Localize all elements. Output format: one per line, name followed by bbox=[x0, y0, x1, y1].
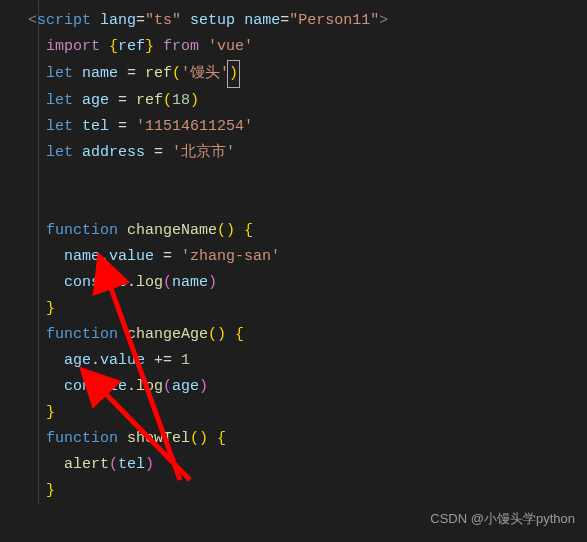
code-line[interactable]: let name = ref('馒头') bbox=[28, 60, 587, 88]
string-literal: 'zhang-san' bbox=[181, 248, 280, 265]
close-brace: } bbox=[46, 300, 55, 317]
fn-ref: ref bbox=[145, 65, 172, 82]
fn-showTel: showTel bbox=[127, 430, 190, 447]
keyword-from: from bbox=[154, 38, 208, 55]
identifier: age bbox=[64, 352, 91, 369]
argument: tel bbox=[118, 456, 145, 473]
fn-changeAge: changeAge bbox=[127, 326, 208, 343]
code-line[interactable]: let tel = '11514611254' bbox=[28, 114, 587, 140]
var-name: name bbox=[82, 65, 118, 82]
attr-setup: setup bbox=[190, 12, 235, 29]
property: value bbox=[109, 248, 154, 265]
identifier: console bbox=[64, 274, 127, 291]
code-line[interactable]: } bbox=[28, 296, 587, 322]
keyword-let: let bbox=[46, 144, 82, 161]
string-literal: '11514611254' bbox=[136, 118, 253, 135]
code-line[interactable]: alert(tel) bbox=[28, 452, 587, 478]
code-line[interactable]: console.log(age) bbox=[28, 374, 587, 400]
keyword-let: let bbox=[46, 65, 82, 82]
keyword-function: function bbox=[46, 326, 127, 343]
identifier: name bbox=[64, 248, 100, 265]
keyword-function: function bbox=[46, 430, 127, 447]
module-string: 'vue' bbox=[208, 38, 253, 55]
close-brace: } bbox=[46, 404, 55, 421]
angle-bracket: > bbox=[379, 12, 388, 29]
code-line[interactable]: console.log(name) bbox=[28, 270, 587, 296]
method-log: log bbox=[136, 274, 163, 291]
keyword-let: let bbox=[46, 92, 82, 109]
code-line[interactable] bbox=[28, 166, 587, 192]
code-line[interactable]: let age = ref(18) bbox=[28, 88, 587, 114]
code-line[interactable]: import {ref} from 'vue' bbox=[28, 34, 587, 60]
var-address: address bbox=[82, 144, 145, 161]
code-line[interactable]: function changeName() { bbox=[28, 218, 587, 244]
keyword-let: let bbox=[46, 118, 82, 135]
keyword-function: function bbox=[46, 222, 127, 239]
var-tel: tel bbox=[82, 118, 109, 135]
attr-name: name bbox=[244, 12, 280, 29]
method-log: log bbox=[136, 378, 163, 395]
text-cursor: ) bbox=[227, 60, 240, 88]
identifier: console bbox=[64, 378, 127, 395]
argument: age bbox=[172, 378, 199, 395]
fn-changeName: changeName bbox=[127, 222, 217, 239]
code-line[interactable] bbox=[28, 192, 587, 218]
watermark-text: CSDN @小馒头学python bbox=[430, 506, 575, 532]
code-line[interactable]: name.value = 'zhang-san' bbox=[28, 244, 587, 270]
code-line[interactable]: age.value += 1 bbox=[28, 348, 587, 374]
code-line[interactable]: } bbox=[28, 478, 587, 504]
attr-value: "ts" bbox=[145, 12, 181, 29]
string-literal: '北京市' bbox=[172, 144, 235, 161]
attr-lang: lang bbox=[100, 12, 136, 29]
var-age: age bbox=[82, 92, 109, 109]
attr-value: "Person11" bbox=[289, 12, 379, 29]
code-editor[interactable]: <script lang="ts" setup name="Person11">… bbox=[0, 0, 587, 504]
fn-ref: ref bbox=[136, 92, 163, 109]
number-literal: 18 bbox=[172, 92, 190, 109]
fn-alert: alert bbox=[64, 456, 109, 473]
string-literal: '馒头' bbox=[181, 65, 229, 82]
number-literal: 1 bbox=[181, 352, 190, 369]
argument: name bbox=[172, 274, 208, 291]
code-line[interactable]: function changeAge() { bbox=[28, 322, 587, 348]
close-brace: } bbox=[46, 482, 55, 499]
code-line[interactable]: <script lang="ts" setup name="Person11"> bbox=[28, 8, 587, 34]
code-line[interactable]: let address = '北京市' bbox=[28, 140, 587, 166]
angle-bracket: < bbox=[28, 12, 37, 29]
tag-name: script bbox=[37, 12, 91, 29]
code-line[interactable]: function showTel() { bbox=[28, 426, 587, 452]
identifier: ref bbox=[118, 38, 145, 55]
property: value bbox=[100, 352, 145, 369]
keyword-import: import bbox=[46, 38, 109, 55]
code-line[interactable]: } bbox=[28, 400, 587, 426]
